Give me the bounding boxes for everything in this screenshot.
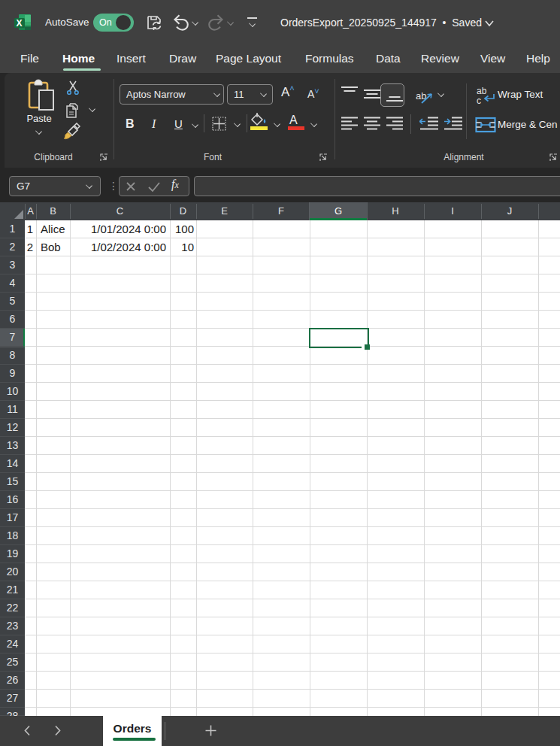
svg-text:X: X	[17, 18, 23, 29]
svg-text:c: c	[477, 96, 481, 106]
svg-text:ab: ab	[477, 86, 487, 96]
